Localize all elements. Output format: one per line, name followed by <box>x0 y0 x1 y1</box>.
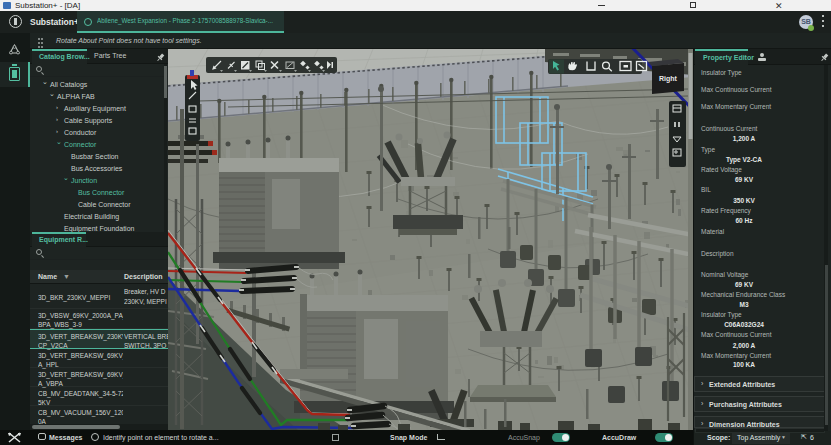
svg-text:Right: Right <box>659 75 678 83</box>
